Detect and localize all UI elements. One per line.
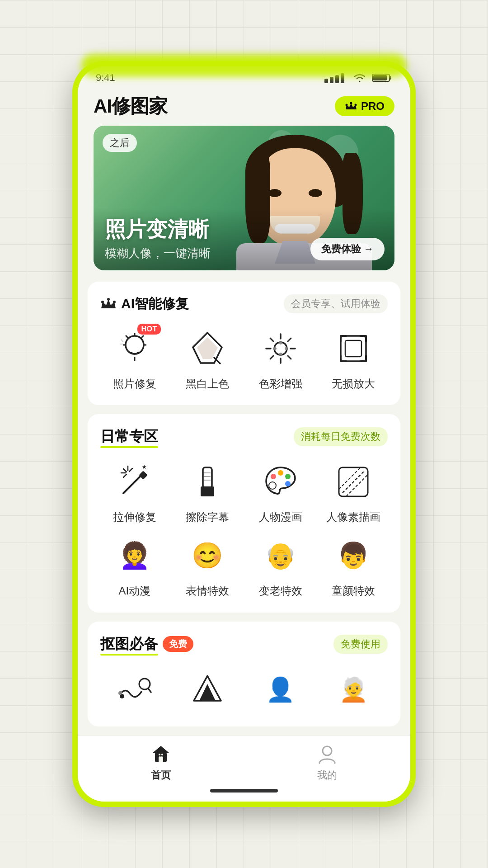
hero-cta-button[interactable]: 免费体验 → <box>310 238 385 260</box>
photo-repair-label: 照片修复 <box>113 377 156 391</box>
daily-item-expression[interactable]: 😊 表情特效 <box>174 533 242 598</box>
svg-line-47 <box>123 474 127 477</box>
svg-line-46 <box>129 468 132 472</box>
hero-banner[interactable]: 之后 照片变清晰 模糊人像，一键清晰 免费体验 → <box>94 126 394 270</box>
daily-item-stretch[interactable]: 拉伸修复 <box>100 459 169 524</box>
daily-item-sketch[interactable]: 人像素描画 <box>319 459 388 524</box>
crown-icon-section <box>100 297 117 310</box>
svg-point-11 <box>101 301 104 303</box>
daily-item-erase[interactable]: 擦除字幕 <box>174 459 242 524</box>
home-indicator <box>210 789 278 793</box>
svg-point-73 <box>161 754 163 755</box>
svg-point-10 <box>354 104 357 106</box>
photo-repair-icon: HOT <box>112 326 157 371</box>
svg-rect-42 <box>139 471 148 480</box>
cutout-item-4[interactable]: 🧑‍🦳 <box>319 667 388 712</box>
cutout-item-3[interactable]: 👤 <box>246 667 315 712</box>
pro-badge[interactable]: PRO <box>335 96 394 116</box>
svg-point-55 <box>278 470 283 476</box>
crown-icon <box>345 101 357 111</box>
svg-line-18 <box>126 335 128 338</box>
daily-item-anime[interactable]: 👩‍🦱 AI动漫 <box>100 533 169 598</box>
home-nav-icon <box>150 743 172 766</box>
svg-rect-71 <box>159 757 163 762</box>
ai-section-header: AI智能修复 会员专享、试用体验 <box>100 294 388 313</box>
home-nav-label: 首页 <box>151 769 171 782</box>
cutout-item-1[interactable] <box>100 667 169 712</box>
svg-rect-49 <box>203 467 212 488</box>
svg-rect-1 <box>324 79 328 83</box>
svg-line-31 <box>270 338 273 341</box>
svg-point-13 <box>113 301 116 303</box>
expression-emoji: 😊 <box>192 543 223 568</box>
daily-item-young[interactable]: 👦 童颜特效 <box>319 533 388 598</box>
svg-point-36 <box>285 347 287 350</box>
svg-line-41 <box>123 475 141 493</box>
main-scroll[interactable]: 之后 照片变清晰 模糊人像，一键清晰 免费体验 → <box>78 126 410 736</box>
ai-section-title: AI智能修复 <box>100 295 189 313</box>
phone-screen: 9:41 <box>78 66 410 802</box>
manga-label: 人物漫画 <box>259 510 302 524</box>
anime-icon: 👩‍🦱 <box>112 533 157 578</box>
svg-point-56 <box>285 474 291 479</box>
ai-section-label: AI智能修复 <box>121 295 189 313</box>
ai-item-color-enhance[interactable]: 色彩增强 <box>246 326 315 391</box>
ai-repair-section: AI智能修复 会员专享、试用体验 <box>88 282 400 405</box>
manga-icon <box>258 459 303 505</box>
expression-icon: 😊 <box>185 533 230 578</box>
enlarge-icon <box>331 326 376 371</box>
stretch-icon <box>112 459 157 505</box>
svg-rect-39 <box>341 336 366 361</box>
svg-line-66 <box>148 689 151 692</box>
svg-marker-70 <box>152 746 169 753</box>
ai-item-colorize[interactable]: 黑白上色 <box>174 326 242 391</box>
nav-item-home[interactable]: 首页 <box>86 743 235 782</box>
phone-outer: 9:41 <box>72 61 416 807</box>
svg-line-21 <box>121 340 123 342</box>
ai-item-enlarge[interactable]: 无损放大 <box>319 326 388 391</box>
svg-line-34 <box>270 356 273 359</box>
cutout-icon-grid: 👤 🧑‍🦳 <box>100 667 388 712</box>
daily-section-header: 日常专区 消耗每日免费次数 <box>100 427 388 447</box>
cutout-free-tag: 免费 <box>163 636 193 652</box>
ai-item-photo-repair[interactable]: HOT 照片修复 <box>100 326 169 391</box>
mine-nav-label: 我的 <box>317 769 337 782</box>
hero-after-label: 之后 <box>103 134 137 152</box>
mine-nav-icon <box>316 743 338 766</box>
nav-item-mine[interactable]: 我的 <box>252 743 402 782</box>
expression-label: 表情特效 <box>186 584 229 598</box>
young-label: 童颜特效 <box>332 584 375 598</box>
hot-badge: HOT <box>137 324 160 335</box>
erase-label: 擦除字幕 <box>186 510 229 524</box>
colorize-label: 黑白上色 <box>186 377 229 391</box>
cutout-section-title: 抠图必备 <box>100 634 158 654</box>
colorize-icon <box>185 326 230 371</box>
young-emoji: 👦 <box>338 543 369 568</box>
anime-emoji: 👩‍🦱 <box>119 543 150 568</box>
cutout-icon-4: 🧑‍🦳 <box>331 667 376 712</box>
stretch-label: 拉伸修复 <box>113 510 156 524</box>
ai-icon-grid: HOT 照片修复 <box>100 326 388 391</box>
daily-item-manga[interactable]: 人物漫画 <box>246 459 315 524</box>
svg-point-37 <box>279 353 282 355</box>
enlarge-label: 无损放大 <box>332 377 375 391</box>
svg-point-54 <box>271 474 276 479</box>
svg-point-74 <box>323 746 332 755</box>
cutout-hair-emoji: 🧑‍🦳 <box>339 678 368 701</box>
phone-wrapper: 9:41 <box>68 50 420 818</box>
svg-point-8 <box>345 104 347 106</box>
age-label: 变老特效 <box>259 584 302 598</box>
svg-line-19 <box>141 335 144 338</box>
cutout-person-emoji: 👤 <box>266 678 295 701</box>
svg-rect-40 <box>345 340 361 357</box>
daily-section: 日常专区 消耗每日免费次数 <box>88 414 400 612</box>
svg-line-33 <box>288 338 291 341</box>
cutout-item-2[interactable] <box>174 667 242 712</box>
svg-rect-50 <box>201 486 214 496</box>
bottom-nav: 首页 我的 <box>78 736 410 785</box>
daily-item-age[interactable]: 👴 变老特效 <box>246 533 315 598</box>
cutout-icon-3: 👤 <box>258 667 303 712</box>
age-emoji: 👴 <box>265 543 296 568</box>
svg-point-58 <box>269 482 276 489</box>
svg-point-64 <box>118 691 122 695</box>
